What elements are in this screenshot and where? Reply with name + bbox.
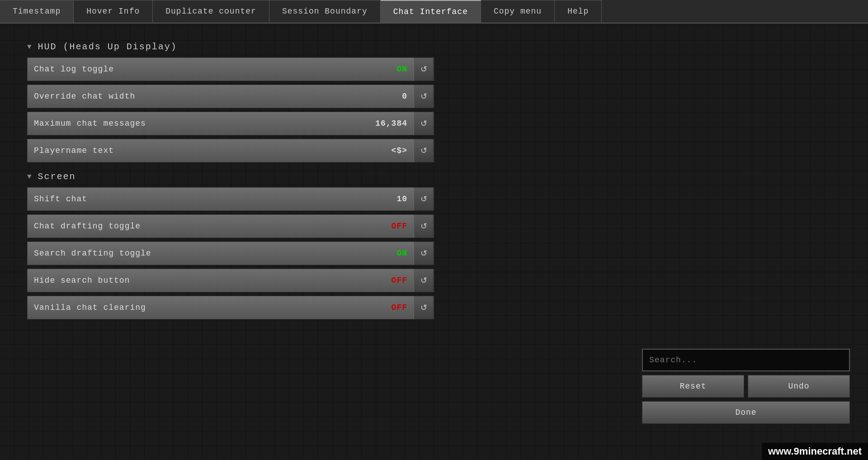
hud-section-header: ▼ HUD (Heads Up Display) (27, 42, 434, 52)
reset-btn-chat-drafting-toggle[interactable]: ↺ (414, 214, 434, 238)
watermark-brand: 9minecraft (794, 446, 844, 457)
tab-session-boundary[interactable]: Session Boundary (269, 0, 381, 23)
setting-label-vanilla-chat-clearing: Vanilla chat clearing (28, 303, 377, 312)
setting-value-chat-log-toggle: ON (377, 65, 414, 74)
setting-label-search-drafting-toggle: Search drafting toggle (28, 249, 377, 258)
watermark-suffix: .net (844, 446, 862, 457)
reset-btn-maximum-chat-messages[interactable]: ↺ (414, 112, 434, 135)
setting-row-search-drafting-toggle[interactable]: Search drafting toggle ON ↺ (27, 242, 434, 265)
reset-btn-hide-search-button[interactable]: ↺ (414, 269, 434, 292)
screen-section: ▼ Screen Shift chat 10 ↺ Chat drafting t… (27, 171, 434, 319)
watermark: www.9minecraft.net (762, 443, 868, 460)
setting-row-shift-chat[interactable]: Shift chat 10 ↺ (27, 187, 434, 211)
setting-row-vanilla-chat-clearing[interactable]: Vanilla chat clearing OFF ↺ (27, 296, 434, 319)
reset-btn-playername-text[interactable]: ↺ (414, 139, 434, 162)
tab-bar: Timestamp Hover Info Duplicate counter S… (0, 0, 868, 24)
hud-section-title: HUD (Heads Up Display) (38, 42, 177, 52)
filter-icon-hud: ▼ (27, 43, 32, 51)
setting-value-override-chat-width: 0 (377, 92, 414, 101)
hud-section: ▼ HUD (Heads Up Display) Chat log toggle… (27, 42, 434, 162)
settings-panel: ▼ HUD (Heads Up Display) Chat log toggle… (27, 33, 434, 451)
tab-duplicate-counter[interactable]: Duplicate counter (153, 0, 269, 23)
setting-value-vanilla-chat-clearing: OFF (377, 303, 414, 312)
setting-row-hide-search-button[interactable]: Hide search button OFF ↺ (27, 269, 434, 292)
setting-value-chat-drafting-toggle: OFF (377, 222, 414, 231)
watermark-prefix: www. (768, 446, 794, 457)
setting-value-search-drafting-toggle: ON (377, 249, 414, 258)
filter-icon-screen: ▼ (27, 173, 32, 181)
setting-row-playername-text[interactable]: Playername text <$> ↺ (27, 139, 434, 162)
setting-label-shift-chat: Shift chat (28, 194, 377, 204)
setting-row-chat-log-toggle[interactable]: Chat log toggle ON ↺ (27, 57, 434, 81)
action-buttons: Reset Undo (642, 375, 850, 398)
setting-value-shift-chat: 10 (377, 194, 414, 204)
setting-row-override-chat-width[interactable]: Override chat width 0 ↺ (27, 85, 434, 108)
setting-label-playername-text: Playername text (28, 146, 377, 155)
setting-label-chat-drafting-toggle: Chat drafting toggle (28, 222, 377, 231)
reset-btn-chat-log-toggle[interactable]: ↺ (414, 57, 434, 81)
tab-help[interactable]: Help (555, 0, 602, 23)
screen-section-header: ▼ Screen (27, 171, 434, 182)
setting-label-chat-log-toggle: Chat log toggle (28, 65, 377, 74)
done-button[interactable]: Done (642, 401, 850, 424)
undo-button[interactable]: Undo (748, 375, 850, 398)
screen-section-title: Screen (38, 171, 76, 182)
reset-btn-shift-chat[interactable]: ↺ (414, 187, 434, 211)
tab-copy-menu[interactable]: Copy menu (481, 0, 555, 23)
reset-btn-override-chat-width[interactable]: ↺ (414, 85, 434, 108)
setting-label-maximum-chat-messages: Maximum chat messages (28, 119, 375, 128)
setting-label-hide-search-button: Hide search button (28, 276, 377, 285)
search-input[interactable] (642, 349, 850, 371)
reset-btn-vanilla-chat-clearing[interactable]: ↺ (414, 296, 434, 319)
setting-row-chat-drafting-toggle[interactable]: Chat drafting toggle OFF ↺ (27, 214, 434, 238)
setting-value-playername-text: <$> (377, 146, 414, 155)
setting-value-hide-search-button: OFF (377, 276, 414, 285)
setting-value-maximum-chat-messages: 16,384 (375, 119, 414, 128)
tab-timestamp[interactable]: Timestamp (0, 0, 74, 23)
tab-chat-interface[interactable]: Chat Interface (381, 0, 481, 23)
tab-hover-info[interactable]: Hover Info (74, 0, 153, 23)
setting-label-override-chat-width: Override chat width (28, 92, 377, 101)
setting-row-maximum-chat-messages[interactable]: Maximum chat messages 16,384 ↺ (27, 112, 434, 135)
reset-btn-search-drafting-toggle[interactable]: ↺ (414, 242, 434, 265)
right-panel: Reset Undo Done (642, 349, 850, 424)
reset-button[interactable]: Reset (642, 375, 744, 398)
